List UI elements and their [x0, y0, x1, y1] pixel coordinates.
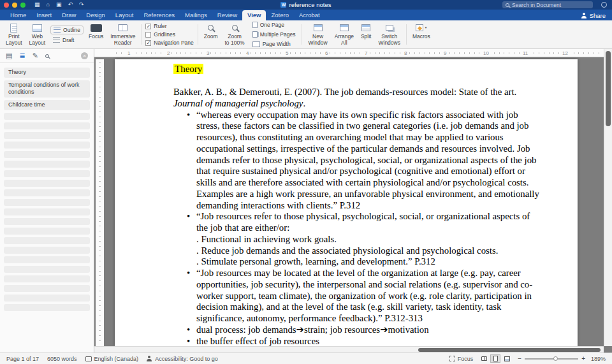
macros-dropdown-icon[interactable]: ▾	[425, 25, 426, 30]
zoom-out-button[interactable]: −	[518, 356, 521, 362]
one-page-button[interactable]: One Page	[250, 21, 298, 29]
word-count[interactable]: 6050 words	[47, 356, 77, 362]
tab-insert[interactable]: Insert	[31, 10, 57, 20]
tab-references[interactable]: References	[138, 10, 180, 20]
nav-empty-row	[4, 237, 90, 244]
tab-review[interactable]: Review	[212, 10, 242, 20]
nav-heading-item[interactable]: Childcare time	[4, 100, 90, 110]
switch-windows-button[interactable]: Switch Windows	[375, 22, 403, 47]
undo-icon[interactable]: ↶	[68, 0, 73, 10]
zoom-100-button[interactable]: Zoom to 100%	[221, 22, 247, 47]
focus-mode-button[interactable]: Focus	[449, 356, 474, 362]
minimize-window-button[interactable]	[12, 3, 17, 8]
vertical-ruler[interactable]	[96, 59, 104, 346]
print-layout-view-button[interactable]	[490, 354, 500, 363]
new-window-button[interactable]: New Window	[305, 22, 330, 47]
nav-heading-item[interactable]: Theory	[4, 68, 90, 78]
bullet-list: “whereas every occupation may have its o…	[173, 110, 542, 347]
sidebar-search-icon[interactable]	[45, 54, 49, 58]
zoom-button[interactable]: Zoom	[201, 22, 221, 47]
accessibility-status[interactable]: Accessibility: Good to go	[147, 356, 218, 362]
tab-view[interactable]: View	[242, 10, 266, 20]
bullet-item: “whereas every occupation may have its o…	[173, 110, 542, 212]
outline-label: Outline	[63, 27, 80, 33]
ruler-number: 8	[403, 50, 408, 56]
checkbox-icon[interactable]: ✓	[145, 40, 151, 46]
share-button[interactable]: Share	[581, 12, 606, 19]
zoom-slider[interactable]	[525, 358, 578, 360]
macros-button[interactable]: ▾ Macros	[409, 22, 433, 47]
print-layout-button[interactable]: Print Layout	[3, 22, 26, 47]
page-width-icon	[252, 41, 260, 47]
ruler-number: 11	[521, 50, 529, 56]
page-width-button[interactable]: Page Width	[250, 40, 298, 48]
close-window-button[interactable]	[4, 3, 9, 8]
nav-empty-row	[4, 275, 90, 282]
draft-button[interactable]: Draft	[50, 36, 84, 44]
account-icon[interactable]	[601, 2, 607, 8]
split-button[interactable]: Split	[358, 22, 375, 47]
ruler-number: 10	[482, 50, 490, 56]
arrange-all-button[interactable]: Arrange All	[332, 22, 357, 47]
horizontal-ruler[interactable]: 123456789101112	[94, 49, 604, 57]
outline-button[interactable]: Outline	[50, 25, 84, 34]
page-count[interactable]: Page 1 of 17	[6, 356, 39, 362]
checkbox-icon[interactable]: ✓	[145, 24, 151, 29]
checkbox-ruler[interactable]: ✓Ruler	[145, 23, 193, 29]
horizontal-scrollbar[interactable]	[94, 346, 604, 353]
bullet-item: “Job resources may be located at the lev…	[173, 268, 542, 324]
search-placeholder: Search in Document	[512, 2, 561, 8]
grid-icon[interactable]: ▦	[34, 0, 40, 10]
tab-acrobat[interactable]: Acrobat	[294, 10, 325, 20]
titlebar-search[interactable]: Search in Document	[502, 1, 593, 8]
tab-list: HomeInsertDrawDesignLayoutReferencesMail…	[5, 10, 325, 20]
nav-empty-row	[4, 304, 90, 311]
checkbox-navigation-pane[interactable]: ✓Navigation Pane	[145, 40, 193, 46]
edit-pane-icon[interactable]: ✎	[33, 52, 38, 59]
nav-empty-row	[4, 218, 90, 225]
vertical-scrollbar-thumb[interactable]	[606, 51, 611, 126]
checkbox-gridlines[interactable]: Gridlines	[145, 31, 193, 38]
ruler-number: 1	[126, 50, 131, 56]
switch-windows-icon	[386, 25, 393, 31]
fullscreen-window-button[interactable]	[20, 3, 26, 8]
language-status[interactable]: English (Canada)	[85, 356, 139, 362]
thumbnails-pane-icon[interactable]: ▤	[6, 52, 12, 59]
redo-icon[interactable]: ↷	[79, 0, 84, 10]
zoom-percentage[interactable]: 189%	[591, 356, 606, 362]
immersive-reader-button[interactable]: Immersive Reader	[107, 22, 138, 47]
close-pane-icon[interactable]: ×	[81, 52, 88, 59]
focus-label: Focus	[89, 34, 103, 40]
page-width-label: Page Width	[263, 41, 291, 47]
nav-empty-row	[4, 180, 90, 187]
web-layout-view-button[interactable]	[502, 354, 512, 363]
zoom-in-button[interactable]: +	[581, 356, 585, 362]
save-icon[interactable]: ▣	[56, 0, 62, 10]
home-icon[interactable]: ⌂	[47, 0, 50, 10]
document-map-icon[interactable]: ≣	[19, 52, 25, 59]
print-layout-label: Print Layout	[6, 34, 22, 46]
horizontal-scrollbar-thumb[interactable]	[418, 348, 601, 352]
read-mode-button[interactable]	[479, 354, 489, 363]
nav-heading-item[interactable]: Temporal conditions of work conditions	[4, 80, 90, 98]
tab-layout[interactable]: Layout	[110, 10, 139, 20]
navigation-pane-toolbar: ▤ ≣ ✎ ×	[0, 49, 94, 63]
checkbox-icon[interactable]	[145, 32, 151, 38]
document-page[interactable]: Theory Bakker, A. B., & Demerouti, E. (2…	[115, 59, 578, 346]
vertical-scrollbar[interactable]	[604, 49, 612, 346]
focus-button[interactable]: Focus	[85, 22, 106, 47]
web-layout-view-icon	[504, 356, 510, 361]
focus-mode-label: Focus	[458, 356, 474, 362]
one-page-label: One Page	[260, 22, 284, 28]
web-layout-button[interactable]: Web Layout	[26, 22, 49, 47]
tab-design[interactable]: Design	[81, 10, 110, 20]
tab-draw[interactable]: Draw	[57, 10, 81, 20]
split-icon	[361, 24, 370, 31]
ruler-number: 3	[205, 50, 210, 56]
zoom-slider-thumb[interactable]	[553, 356, 558, 361]
tab-home[interactable]: Home	[5, 10, 31, 20]
tab-zotero[interactable]: Zotero	[266, 10, 293, 20]
tab-mailings[interactable]: Mailings	[180, 10, 212, 20]
multiple-pages-button[interactable]: Multiple Pages	[250, 31, 298, 38]
checkbox-label: Ruler	[154, 23, 166, 29]
